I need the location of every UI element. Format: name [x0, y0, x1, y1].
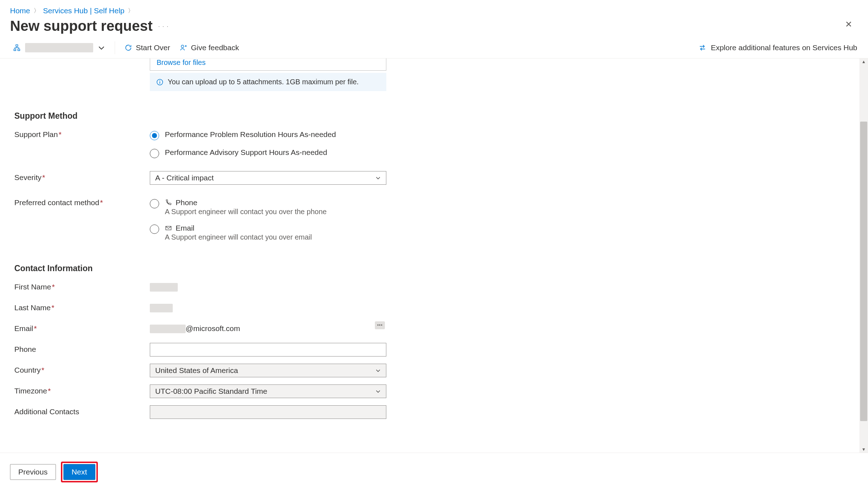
next-button-highlight: Next [61, 462, 98, 482]
page-title: New support request [10, 18, 153, 34]
label-first-name: First Name* [14, 280, 150, 291]
restart-icon [124, 44, 132, 52]
give-feedback-button[interactable]: Give feedback [177, 42, 242, 53]
radio-icon[interactable] [150, 225, 159, 234]
timezone-select[interactable]: UTC-08:00 Pacific Standard Time [150, 384, 386, 398]
explore-label: Explore additional features on Services … [711, 43, 857, 52]
email-actions-icon[interactable]: ••• [375, 321, 385, 329]
next-button[interactable]: Next [63, 464, 95, 480]
label-support-plan: Support Plan* [14, 128, 150, 139]
label-phone: Phone [14, 343, 150, 354]
previous-button[interactable]: Previous [10, 464, 56, 480]
toolbar: Start Over Give feedback Explore additio… [0, 40, 868, 58]
start-over-button[interactable]: Start Over [121, 42, 173, 53]
label-additional-contacts: Additional Contacts [14, 405, 150, 416]
close-icon[interactable]: ✕ [845, 19, 852, 29]
chevron-right-icon: 〉 [34, 7, 39, 15]
more-actions-icon[interactable]: · · · [158, 23, 169, 29]
scroll-down-icon[interactable]: ▼ [862, 447, 866, 452]
chevron-right-icon: 〉 [128, 7, 134, 15]
support-plan-option-2-label: Performance Advisory Support Hours As-ne… [165, 148, 327, 157]
contact-email-desc: A Support engineer will contact you over… [165, 233, 312, 241]
country-select[interactable]: United States of America [150, 364, 386, 377]
chevron-down-icon [375, 388, 381, 394]
country-value: United States of America [155, 366, 238, 375]
label-last-name: Last Name* [14, 301, 150, 312]
radio-icon[interactable] [150, 149, 159, 158]
additional-contacts-input[interactable] [150, 405, 386, 419]
label-preferred-contact: Preferred contact method* [14, 196, 150, 207]
label-timezone: Timezone* [14, 384, 150, 395]
section-contact-info: Contact Information [14, 264, 401, 273]
svg-point-0 [181, 45, 183, 47]
label-severity: Severity* [14, 171, 150, 182]
support-plan-option-2[interactable]: Performance Advisory Support Hours As-ne… [150, 146, 386, 160]
label-country: Country* [14, 364, 150, 374]
scroll-up-icon[interactable]: ▲ [862, 59, 866, 64]
org-name-placeholder [25, 43, 93, 52]
svg-rect-3 [159, 81, 160, 84]
contact-phone-desc: A Support engineer will contact you over… [165, 208, 326, 216]
first-name-value [150, 280, 386, 294]
phone-icon [165, 199, 172, 206]
mail-icon [165, 225, 172, 232]
contact-email-label: Email [176, 224, 195, 232]
chevron-down-icon [97, 44, 105, 52]
scroll-thumb[interactable] [860, 122, 867, 421]
timezone-value: UTC-08:00 Pacific Standard Time [155, 387, 267, 396]
severity-value: A - Critical impact [155, 174, 214, 182]
breadcrumb-services-hub[interactable]: Services Hub | Self Help [43, 6, 124, 15]
chevron-down-icon [375, 175, 381, 181]
upload-info-banner: You can upload up to 5 attachments. 1GB … [150, 73, 386, 91]
radio-icon[interactable] [150, 199, 159, 208]
start-over-label: Start Over [136, 43, 170, 52]
file-upload-dropzone[interactable]: Browse for files [150, 58, 386, 71]
breadcrumb-home[interactable]: Home [10, 6, 30, 15]
sitemap-icon [13, 44, 21, 52]
explore-services-hub-link[interactable]: Explore additional features on Services … [698, 43, 857, 52]
support-plan-option-1[interactable]: Performance Problem Resolution Hours As-… [150, 128, 386, 142]
section-support-method: Support Method [14, 111, 401, 121]
phone-input[interactable] [150, 343, 386, 357]
label-email: Email* [14, 322, 150, 333]
org-selector[interactable] [10, 42, 108, 54]
chevron-down-icon [375, 368, 381, 373]
feedback-icon [180, 44, 187, 52]
svg-rect-4 [166, 226, 171, 230]
swap-icon [698, 44, 706, 52]
upload-info-text: You can upload up to 5 attachments. 1GB … [168, 78, 359, 86]
svg-point-2 [159, 80, 160, 81]
support-plan-option-1-label: Performance Problem Resolution Hours As-… [165, 130, 336, 139]
email-value: @microsoft.com ••• [150, 322, 386, 335]
footer-actions: Previous Next [0, 453, 868, 491]
breadcrumb: Home 〉 Services Hub | Self Help 〉 [0, 0, 868, 18]
browse-files-link[interactable]: Browse for files [157, 58, 206, 66]
contact-method-phone[interactable]: Phone A Support engineer will contact yo… [150, 196, 386, 218]
radio-icon[interactable] [150, 131, 159, 140]
info-icon [156, 79, 163, 86]
scrollbar[interactable]: ▲ ▼ [859, 58, 868, 453]
contact-method-email[interactable]: Email A Support engineer will contact yo… [150, 222, 386, 244]
give-feedback-label: Give feedback [191, 43, 239, 52]
contact-phone-label: Phone [176, 198, 197, 207]
last-name-value [150, 301, 386, 315]
severity-select[interactable]: A - Critical impact [150, 171, 386, 185]
